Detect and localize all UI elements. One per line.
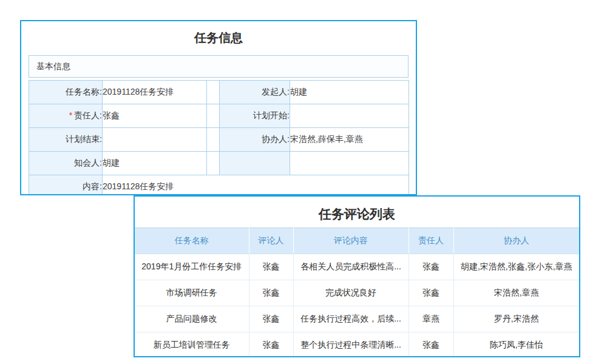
task-info-panel: 任务信息 基本信息 任务名称: 20191128任务安排 发起人: 胡建 *责任… bbox=[20, 20, 417, 195]
comment-row: 市场调研任务 张鑫 完成状况良好 张鑫 宋浩然,章燕 bbox=[135, 280, 579, 306]
comment-table: 任务名称 评论人 评论内容 责任人 协办人 2019年1月份工作任务安排 张鑫 … bbox=[135, 228, 579, 357]
form-spacer bbox=[207, 128, 220, 152]
coorganizer-value: 宋浩然,薛保丰,章燕 bbox=[290, 128, 409, 152]
commenter-link[interactable]: 张鑫 bbox=[249, 306, 293, 332]
task-name-link[interactable]: 2019年1月份工作任务安排 bbox=[135, 254, 249, 280]
form-spacer bbox=[207, 104, 220, 128]
plan-start-value bbox=[290, 104, 409, 128]
required-asterisk: * bbox=[69, 110, 72, 120]
owner-value: 张鑫 bbox=[103, 104, 207, 128]
commenter-link[interactable]: 张鑫 bbox=[249, 254, 293, 280]
coorganizer-cell: 宋浩然,章燕 bbox=[453, 280, 579, 306]
owner-label: *责任人: bbox=[29, 104, 103, 128]
owner-link[interactable]: 章燕 bbox=[409, 306, 453, 332]
comment-content-cell: 任务执行过程高效，后续... bbox=[293, 306, 409, 332]
plan-end-value bbox=[103, 128, 207, 152]
col-header-coorganizer: 协办人 bbox=[453, 228, 579, 254]
task-name-value: 20191128任务安排 bbox=[103, 81, 207, 104]
comment-row: 2019年1月份工作任务安排 张鑫 各相关人员完成积极性高... 张鑫 胡建,宋… bbox=[135, 254, 579, 280]
task-info-title: 任务信息 bbox=[21, 21, 416, 46]
col-header-comment-content: 评论内容 bbox=[293, 228, 409, 254]
task-name-label: 任务名称: bbox=[29, 81, 103, 104]
comment-content-cell: 各相关人员完成积极性高... bbox=[293, 254, 409, 280]
comment-row: 产品问题修改 张鑫 任务执行过程高效，后续... 章燕 罗丹,宋浩然 bbox=[135, 306, 579, 332]
basic-info-section-header: 基本信息 bbox=[29, 55, 409, 78]
col-header-task-name: 任务名称 bbox=[135, 228, 249, 254]
informed-label: 知会人: bbox=[29, 152, 103, 175]
task-comment-list-panel: 任务评论列表 任务名称 评论人 评论内容 责任人 协办人 2019年1月份工作任… bbox=[134, 195, 580, 357]
content-label: 内容: bbox=[29, 175, 103, 196]
form-row-owner-start: *责任人: 张鑫 计划开始: bbox=[29, 104, 409, 128]
form-row-content: 内容: 20191128任务安排 bbox=[29, 175, 409, 196]
content-value: 20191128任务安排 bbox=[103, 175, 409, 196]
comment-list-title: 任务评论列表 bbox=[135, 197, 579, 223]
form-spacer bbox=[207, 81, 220, 104]
coorganizer-cell: 胡建,宋浩然,张鑫,张小东,章燕 bbox=[453, 254, 579, 280]
task-name-link[interactable]: 新员工培训管理任务 bbox=[135, 332, 249, 358]
coorganizer-cell: 陈巧凤,李佳怡 bbox=[453, 332, 579, 358]
comment-content-cell: 完成状况良好 bbox=[293, 280, 409, 306]
empty-value-cell bbox=[290, 152, 409, 175]
form-row-name-initiator: 任务名称: 20191128任务安排 发起人: 胡建 bbox=[29, 81, 409, 104]
commenter-link[interactable]: 张鑫 bbox=[249, 280, 293, 306]
empty-label-cell bbox=[220, 152, 290, 175]
comment-table-header-row: 任务名称 评论人 评论内容 责任人 协办人 bbox=[135, 228, 579, 254]
coorganizer-label: 协办人: bbox=[220, 128, 290, 152]
form-row-end-coorganizer: 计划结束: 协办人: 宋浩然,薛保丰,章燕 bbox=[29, 128, 409, 152]
plan-start-label: 计划开始: bbox=[220, 104, 290, 128]
form-row-informed: 知会人: 胡建 bbox=[29, 152, 409, 175]
initiator-value: 胡建 bbox=[290, 81, 409, 104]
coorganizer-cell: 罗丹,宋浩然 bbox=[453, 306, 579, 332]
owner-link[interactable]: 张鑫 bbox=[409, 332, 453, 358]
comment-row: 新员工培训管理任务 张鑫 整个执行过程中条理清晰... 张鑫 陈巧凤,李佳怡 bbox=[135, 332, 579, 358]
commenter-link[interactable]: 张鑫 bbox=[249, 332, 293, 358]
col-header-owner: 责任人 bbox=[409, 228, 453, 254]
task-info-form: 任务名称: 20191128任务安排 发起人: 胡建 *责任人: 张鑫 计划开始… bbox=[29, 80, 409, 195]
owner-link[interactable]: 张鑫 bbox=[409, 280, 453, 306]
initiator-label: 发起人: bbox=[220, 81, 290, 104]
form-spacer bbox=[207, 152, 220, 175]
plan-end-label: 计划结束: bbox=[29, 128, 103, 152]
task-name-link[interactable]: 产品问题修改 bbox=[135, 306, 249, 332]
task-name-link[interactable]: 市场调研任务 bbox=[135, 280, 249, 306]
informed-value: 胡建 bbox=[103, 152, 207, 175]
comment-content-cell: 整个执行过程中条理清晰... bbox=[293, 332, 409, 358]
col-header-commenter: 评论人 bbox=[249, 228, 293, 254]
owner-link[interactable]: 张鑫 bbox=[409, 254, 453, 280]
owner-label-text: 责任人: bbox=[74, 110, 102, 120]
